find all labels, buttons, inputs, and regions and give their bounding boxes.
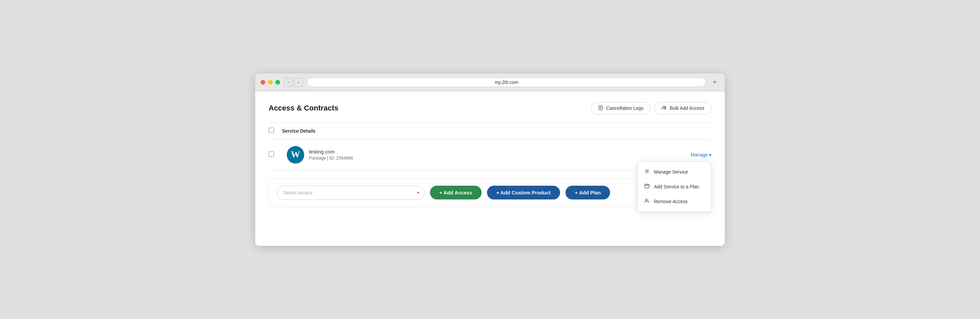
gear-icon [644,169,650,175]
browser-window: ‹ › my.20i.com + Access & Contracts Canc… [255,73,725,246]
traffic-light-maximize[interactable] [275,80,280,85]
cancellation-logs-label: Cancellation Logs [606,105,643,111]
service-meta: Package | ID: 2354896 [309,155,690,161]
traffic-lights [261,80,280,85]
log-icon [598,105,603,112]
svg-point-7 [646,199,647,201]
back-button[interactable]: ‹ [284,78,293,87]
dropdown-menu: Manage Service Add Service to a Plan [638,161,711,212]
add-custom-product-button[interactable]: + Add Custom Product [487,186,560,199]
table-row: W testing.com Package | ID: 2354896 Mana… [269,139,711,171]
service-details-header: Service Details [282,128,316,134]
service-icon-col: W [282,146,309,164]
browser-titlebar: ‹ › my.20i.com + [255,73,725,91]
add-service-to-plan-label: Add Service to a Plan [654,184,699,190]
address-bar[interactable]: my.20i.com [307,78,706,87]
add-plan-button[interactable]: + Add Plan [565,186,610,199]
page-title: Access & Contracts [269,104,339,113]
service-info: testing.com Package | ID: 2354896 [309,149,690,161]
header-buttons: Cancellation Logs Bulk Add Access [591,102,711,115]
forward-button[interactable]: › [294,78,303,87]
select-all-checkbox[interactable] [269,128,274,133]
svg-text:W: W [291,149,300,160]
row-checkbox[interactable] [269,152,274,157]
add-service-to-plan-item[interactable]: Add Service to a Plan [638,179,711,194]
add-access-button[interactable]: + Add Access [430,186,482,199]
svg-point-5 [646,170,648,172]
traffic-light-close[interactable] [261,80,265,85]
manage-chevron-icon: ▾ [709,152,711,158]
browser-content: Access & Contracts Cancellation Logs [255,91,725,246]
wordpress-icon: W [287,146,304,164]
select-service-wrapper: Select service ▾ [277,186,425,200]
manage-service-label: Manage Service [654,169,688,175]
page-header: Access & Contracts Cancellation Logs [269,102,711,115]
manage-service-item[interactable]: Manage Service [638,164,711,179]
remove-access-label: Remove Access [654,199,687,204]
header-checkbox-col [269,128,282,134]
row-checkbox-col [269,152,282,158]
calendar-icon [644,183,650,190]
new-tab-button[interactable]: + [710,78,719,86]
cancellation-logs-button[interactable]: Cancellation Logs [591,102,650,115]
traffic-light-minimize[interactable] [268,80,273,85]
add-custom-product-label: + Add Custom Product [496,190,551,195]
remove-access-item[interactable]: Remove Access [638,194,711,209]
table-header-row: Service Details [269,123,711,139]
manage-button[interactable]: Manage ▾ [690,152,711,158]
manage-col: Manage ▾ Manage Service [690,152,711,158]
add-access-label: + Add Access [439,190,472,195]
svg-rect-6 [645,184,649,188]
add-plan-label: + Add Plan [575,190,601,195]
bulk-add-access-label: Bulk Add Access [670,105,704,111]
service-name: testing.com [309,149,690,155]
user-minus-icon [644,198,650,205]
bulk-add-access-button[interactable]: Bulk Add Access [654,102,711,115]
table-container: Service Details W testing.com Package | … [269,123,711,171]
select-service-dropdown[interactable]: Select service [277,186,425,200]
nav-buttons: ‹ › [284,78,303,87]
manage-label: Manage [690,152,708,158]
bulk-icon [661,105,667,112]
